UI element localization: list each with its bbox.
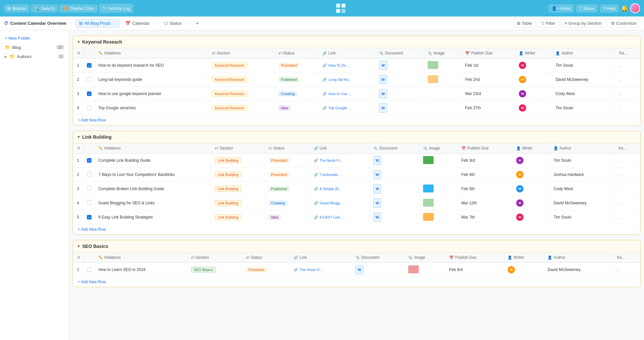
row-checkbox-cell[interactable]: ✓ xyxy=(83,210,95,224)
link-cell[interactable]: 🔗The Noob Fr... xyxy=(290,263,352,277)
doc-icon[interactable]: W xyxy=(373,156,381,165)
row-checkbox-cell[interactable] xyxy=(83,73,95,87)
add-row-button[interactable]: + Add New Row xyxy=(73,277,111,287)
row-checkbox-cell[interactable] xyxy=(83,168,95,182)
document-cell[interactable]: W xyxy=(370,182,419,196)
checkbox[interactable]: ✓ xyxy=(87,158,91,163)
section-header-0[interactable]: ▾ Keywrod Reseach xyxy=(73,36,640,48)
link-value[interactable]: 🔗9 EASY Link ... xyxy=(314,215,367,220)
table-row[interactable]: 4Top Google serachesKeywrod ReseachIdea🔗… xyxy=(73,101,640,115)
link-value[interactable]: 🔗A Simple (B... xyxy=(314,187,367,191)
row-checkbox-cell[interactable]: ✓ xyxy=(83,153,95,168)
row-checkbox-cell[interactable] xyxy=(83,101,95,115)
link-cell[interactable]: 🔗A Simple (B... xyxy=(310,182,370,196)
user-avatar[interactable] xyxy=(630,3,640,13)
table-row[interactable]: 1How to Learn SEO in 2018SEO BasicsPromo… xyxy=(73,263,640,277)
checkbox[interactable] xyxy=(87,200,91,205)
document-cell[interactable]: W xyxy=(352,263,405,277)
table-row[interactable]: 5✓9 Easy Link Building StrategiesLink Bu… xyxy=(73,210,640,224)
table-row[interactable]: 3✓How to use google keyword plannerKeywr… xyxy=(73,87,640,101)
section-chevron-1[interactable]: ▾ xyxy=(78,135,80,139)
add-row-button[interactable]: + Add New Row xyxy=(73,115,111,125)
tab-all-blog-posts[interactable]: ⊞ All Blog Posts ⋮ xyxy=(75,19,120,28)
new-folder-button[interactable]: + New Folder xyxy=(0,34,69,43)
doc-icon[interactable]: W xyxy=(355,265,363,274)
notifications-button[interactable]: 🔔 xyxy=(621,5,628,12)
link-cell[interactable]: 🔗9 EASY Link ... xyxy=(310,210,370,224)
link-value[interactable]: 🔗How To Do ... xyxy=(322,63,372,68)
image-cell[interactable] xyxy=(419,196,458,210)
document-cell[interactable]: W xyxy=(376,58,424,73)
link-cell[interactable]: 🔗How to Use ... xyxy=(319,87,376,101)
checkbox[interactable] xyxy=(87,172,91,177)
row-checkbox-cell[interactable] xyxy=(83,196,95,210)
section-header-2[interactable]: ▾ SEO Basics xyxy=(73,240,640,253)
table-row[interactable]: 3Complete Broken Link Building GuideLink… xyxy=(73,182,640,196)
image-cell[interactable] xyxy=(424,87,462,101)
add-row-button[interactable]: + Add New Row xyxy=(73,224,111,234)
image-cell[interactable] xyxy=(424,58,462,73)
link-cell[interactable]: 🔗Guest Blogg... xyxy=(310,196,370,210)
customize-button[interactable]: ⚙ Customize xyxy=(607,19,640,28)
doc-icon[interactable]: W xyxy=(373,213,381,222)
link-value[interactable]: 🔗Top Google ... xyxy=(322,106,372,110)
checkbox[interactable] xyxy=(87,186,91,191)
image-cell[interactable] xyxy=(424,101,462,115)
link-value[interactable]: 🔗Guest Blogg... xyxy=(314,201,367,205)
link-value[interactable]: 🔗7 Actionabl... xyxy=(314,173,367,177)
doc-icon[interactable]: W xyxy=(379,103,387,113)
doc-icon[interactable]: W xyxy=(373,198,381,208)
tab-calendar[interactable]: 📅 Calendar ⋮ xyxy=(122,19,159,28)
section-chevron-0[interactable]: ▾ xyxy=(78,40,80,44)
table-row[interactable]: 1✓How to do keyword research for SEOKeyw… xyxy=(73,58,640,73)
table-row[interactable]: 27 Ways to Loot Your Competitors' Backli… xyxy=(73,168,640,182)
image-cell[interactable] xyxy=(419,182,458,196)
document-cell[interactable]: W xyxy=(370,196,419,210)
row-checkbox-cell[interactable]: ✓ xyxy=(83,58,95,73)
document-cell[interactable]: W xyxy=(376,87,424,101)
image-cell[interactable] xyxy=(405,263,446,277)
document-cell[interactable]: W xyxy=(370,168,419,182)
table-row[interactable]: 1✓Complete Link Building GuideLink Build… xyxy=(73,153,640,168)
tab-status[interactable]: ⬡ Status ⋮ xyxy=(161,19,191,28)
share-button[interactable]: ⤴ Share xyxy=(576,4,598,13)
link-value[interactable]: 🔗How to Use ... xyxy=(322,92,372,96)
section-chevron-2[interactable]: ▾ xyxy=(78,244,80,249)
group-by-section-button[interactable]: ≡ Group by Section xyxy=(561,19,605,28)
doc-icon[interactable]: W xyxy=(373,170,381,179)
sidebar-item-blog[interactable]: 📁 Blog 23 xyxy=(0,43,69,52)
add-view-button[interactable]: + xyxy=(193,19,202,28)
doc-icon[interactable]: W xyxy=(379,89,387,98)
row-checkbox-cell[interactable]: ✓ xyxy=(83,87,95,101)
checkbox[interactable]: ✓ xyxy=(87,63,91,68)
filter-button[interactable]: ▽ Filter xyxy=(538,19,559,28)
link-cell[interactable]: 🔗Long-Tail Ke... xyxy=(319,73,376,87)
image-cell[interactable] xyxy=(419,168,458,182)
theme-color-button[interactable]: 🎨 Theme Color xyxy=(59,4,97,13)
search-button[interactable]: 🔍 Search xyxy=(31,4,58,13)
table-row[interactable]: 2Long-tail keywords guideKeywrod Reseach… xyxy=(73,73,640,87)
link-cell[interactable]: 🔗7 Actionabl... xyxy=(310,168,370,182)
checkbox[interactable] xyxy=(87,267,91,272)
checkbox[interactable] xyxy=(87,77,91,82)
checkbox[interactable]: ✓ xyxy=(87,91,91,96)
sidebar-item-authors[interactable]: ▶ 📁 Authors 5 xyxy=(0,52,69,61)
image-cell[interactable] xyxy=(424,73,462,87)
table-row[interactable]: 4Guest Blogging for SEO & LinksLink Buil… xyxy=(73,196,640,210)
doc-icon[interactable]: W xyxy=(379,61,387,70)
boards-button[interactable]: ⊞ Boards xyxy=(4,4,29,13)
link-value[interactable]: 🔗The Noob Fr... xyxy=(294,268,348,272)
checkbox[interactable]: ✓ xyxy=(87,215,91,220)
link-cell[interactable]: 🔗Top Google ... xyxy=(319,101,376,115)
row-checkbox-cell[interactable] xyxy=(83,182,95,196)
invite-button[interactable]: 👤+ Invite xyxy=(548,4,574,13)
row-checkbox-cell[interactable] xyxy=(83,263,95,277)
document-cell[interactable]: W xyxy=(376,73,424,87)
image-cell[interactable] xyxy=(419,210,458,224)
link-cell[interactable]: 🔗How To Do ... xyxy=(319,58,376,73)
link-cell[interactable]: 🔗The Noob Fr... xyxy=(310,153,370,168)
document-cell[interactable]: W xyxy=(376,101,424,115)
link-value[interactable]: 🔗The Noob Fr... xyxy=(314,158,367,163)
help-button[interactable]: ? Help xyxy=(600,4,619,13)
image-cell[interactable] xyxy=(419,153,458,168)
